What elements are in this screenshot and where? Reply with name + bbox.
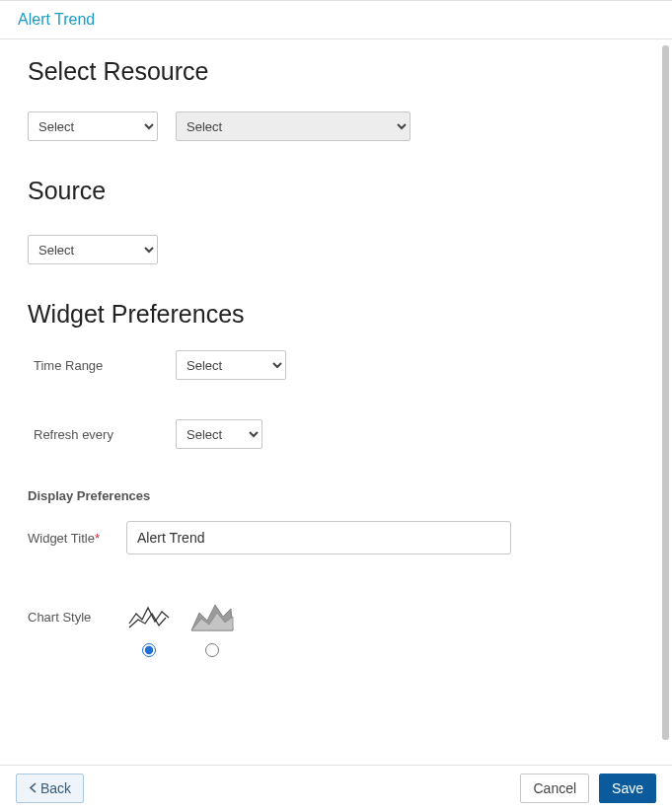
area-chart-icon xyxy=(189,598,235,633)
dialog-header: Alert Trend xyxy=(0,0,672,39)
widget-title-label: Widget Title* xyxy=(28,531,126,546)
dialog-footer: Back Cancel Save xyxy=(0,765,672,810)
time-range-select[interactable]: Select xyxy=(176,350,286,380)
chart-style-option-line[interactable] xyxy=(126,598,172,657)
chart-style-radio-area[interactable] xyxy=(205,643,219,657)
chart-style-label: Chart Style xyxy=(28,598,126,625)
dialog-title: Alert Trend xyxy=(18,11,95,28)
save-button[interactable]: Save xyxy=(599,774,656,803)
dialog-body: Select Resource Select Select Source Sel… xyxy=(0,39,672,765)
time-range-label: Time Range xyxy=(28,358,176,373)
section-widget-preferences-title: Widget Preferences xyxy=(28,300,644,329)
source-select[interactable]: Select xyxy=(28,235,158,264)
scrollbar[interactable] xyxy=(662,45,669,740)
resource-instance-select[interactable]: Select xyxy=(176,111,411,141)
resource-type-select[interactable]: Select xyxy=(28,111,158,141)
line-chart-icon xyxy=(126,598,172,633)
section-source-title: Source xyxy=(28,177,644,205)
chart-style-option-area[interactable] xyxy=(189,598,235,657)
refresh-every-label: Refresh every xyxy=(28,427,176,442)
display-preferences-heading: Display Preferences xyxy=(28,488,644,503)
chart-style-radio-line[interactable] xyxy=(142,643,156,657)
section-select-resource-title: Select Resource xyxy=(28,57,644,86)
widget-title-input[interactable] xyxy=(126,521,511,554)
refresh-every-select[interactable]: Select xyxy=(176,419,262,449)
back-button[interactable]: Back xyxy=(16,774,84,803)
cancel-button[interactable]: Cancel xyxy=(520,774,589,803)
chevron-left-icon xyxy=(29,782,37,793)
